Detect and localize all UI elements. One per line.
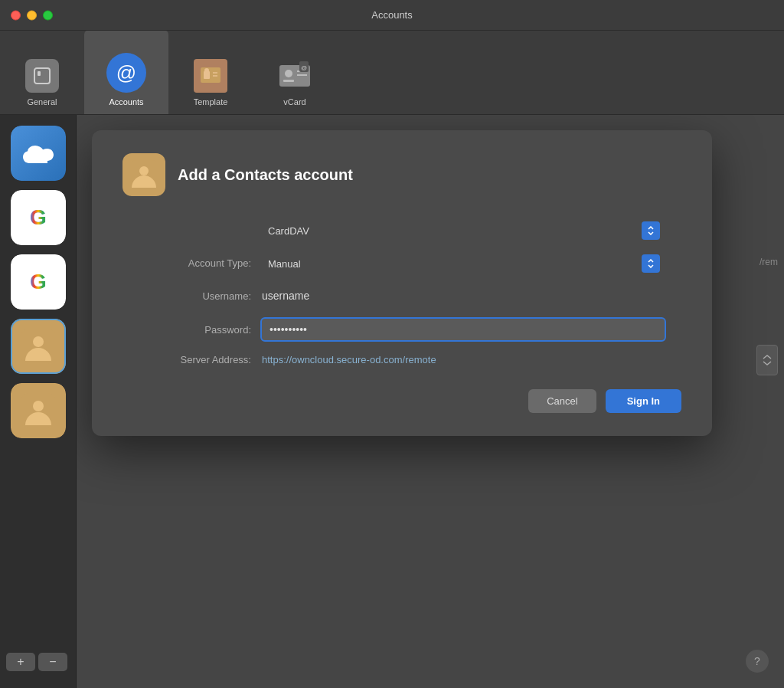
svg-rect-9 bbox=[283, 80, 294, 82]
sidebar-account-google2[interactable]: G bbox=[11, 254, 66, 310]
account-type-row: Account Type: ManualAutomatic Manual bbox=[138, 252, 666, 274]
svg-text:@: @ bbox=[301, 64, 307, 71]
general-icon bbox=[25, 59, 59, 93]
username-row: Username: bbox=[138, 285, 666, 306]
svg-text:G: G bbox=[30, 205, 47, 229]
svg-point-18 bbox=[33, 336, 44, 347]
modal-overlay: Add a Contacts account CardDAViCloudGoog… bbox=[77, 115, 784, 688]
google-icon-1: G G bbox=[11, 190, 66, 245]
username-field-container bbox=[260, 285, 666, 306]
contacts-icon-2 bbox=[11, 383, 66, 438]
svg-rect-0 bbox=[34, 68, 50, 84]
toolbar-vcard-label: vCard bbox=[283, 97, 305, 106]
sidebar-account-contacts2[interactable] bbox=[11, 383, 66, 438]
contacts-icon-1 bbox=[11, 319, 66, 374]
svg-rect-2 bbox=[201, 67, 220, 83]
modal-contacts-icon bbox=[122, 153, 165, 196]
add-account-button[interactable]: + bbox=[6, 653, 35, 671]
svg-point-22 bbox=[139, 166, 149, 175]
template-icon bbox=[194, 59, 227, 93]
toolbar-item-accounts[interactable]: @ Accounts bbox=[84, 30, 168, 114]
accounts-icon: @ bbox=[106, 53, 146, 93]
help-button[interactable]: ? bbox=[746, 650, 769, 673]
toolbar-item-vcard[interactable]: @ vCard bbox=[253, 30, 337, 114]
toolbar: General @ Accounts Template bbox=[0, 31, 784, 115]
svg-point-20 bbox=[33, 401, 44, 411]
cancel-button[interactable]: Cancel bbox=[528, 389, 596, 413]
modal-title: Add a Contacts account bbox=[178, 166, 353, 184]
server-row: Server Address: https://owncloud.secure-… bbox=[138, 352, 666, 366]
close-button[interactable] bbox=[11, 10, 21, 20]
modal-form: CardDAViCloudGoogleOther CardDAV Account… bbox=[122, 219, 681, 366]
sidebar-account-icloud[interactable] bbox=[11, 126, 66, 181]
svg-rect-1 bbox=[38, 71, 41, 76]
password-label: Password: bbox=[138, 324, 260, 336]
service-row: CardDAViCloudGoogleOther CardDAV bbox=[138, 219, 666, 241]
main-content: G G G bbox=[0, 115, 784, 688]
maximize-button[interactable] bbox=[43, 10, 53, 20]
account-type-field: ManualAutomatic Manual bbox=[260, 252, 666, 274]
username-input[interactable] bbox=[260, 285, 666, 306]
password-field-container bbox=[260, 317, 666, 342]
sidebar-controls: + − bbox=[0, 653, 76, 680]
svg-point-8 bbox=[285, 70, 292, 77]
sidebar-account-google1[interactable]: G G bbox=[11, 190, 66, 245]
svg-point-4 bbox=[204, 68, 209, 73]
sidebar-account-contacts1[interactable] bbox=[11, 319, 66, 374]
password-row: Password: bbox=[138, 317, 666, 342]
modal-header: Add a Contacts account bbox=[122, 153, 681, 196]
content-panel: /rem Add a Contac bbox=[77, 115, 784, 688]
toolbar-accounts-label: Accounts bbox=[109, 97, 143, 106]
modal-dialog: Add a Contacts account CardDAViCloudGoog… bbox=[92, 130, 712, 436]
vcard-icon: @ bbox=[278, 59, 312, 93]
toolbar-general-label: General bbox=[27, 97, 57, 106]
google-icon-2: G bbox=[11, 254, 66, 310]
sidebar: G G G bbox=[0, 115, 77, 688]
title-bar: Accounts bbox=[0, 0, 784, 31]
signin-button[interactable]: Sign In bbox=[606, 389, 681, 413]
window-controls bbox=[11, 10, 53, 20]
service-select-wrapper: CardDAViCloudGoogleOther CardDAV bbox=[260, 219, 666, 241]
toolbar-template-label: Template bbox=[194, 97, 228, 106]
remove-account-button[interactable]: − bbox=[38, 653, 67, 671]
username-label: Username: bbox=[138, 290, 260, 302]
svg-rect-17 bbox=[21, 329, 56, 364]
modal-buttons: Cancel Sign In bbox=[122, 389, 681, 413]
account-type-select-wrapper: ManualAutomatic Manual bbox=[260, 252, 666, 274]
toolbar-item-template[interactable]: Template bbox=[168, 30, 253, 114]
icloud-icon bbox=[11, 126, 66, 181]
account-type-label: Account Type: bbox=[138, 257, 260, 269]
server-label: Server Address: bbox=[138, 354, 260, 365]
server-field-container: https://owncloud.secure-od.com/remote bbox=[260, 352, 666, 366]
svg-text:G: G bbox=[30, 270, 47, 293]
window-title: Accounts bbox=[371, 9, 412, 21]
minimize-button[interactable] bbox=[27, 10, 37, 20]
toolbar-item-general[interactable]: General bbox=[0, 30, 84, 114]
server-address-value: https://owncloud.secure-od.com/remote bbox=[260, 349, 438, 370]
password-input[interactable] bbox=[260, 317, 666, 342]
service-field: CardDAViCloudGoogleOther CardDAV bbox=[260, 219, 666, 241]
